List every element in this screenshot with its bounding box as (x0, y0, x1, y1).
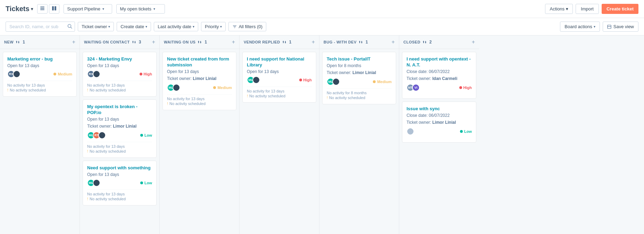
svg-rect-19 (285, 41, 286, 42)
activity-scheduled-row: ! No activity scheduled (327, 96, 392, 100)
priority-text: Medium (377, 80, 392, 84)
svg-rect-0 (40, 7, 44, 7)
card-title[interactable]: Issue with sync (407, 106, 472, 112)
priority-dot-icon (373, 80, 376, 83)
priority-dot-icon (140, 181, 143, 184)
card-activity: No activity for 13 days ! No activity sc… (87, 192, 152, 201)
exclaim-icon: ! (327, 96, 328, 100)
svg-rect-1 (40, 8, 44, 9)
board-actions-button[interactable]: Board actions ▾ (560, 22, 600, 32)
ticket-card[interactable]: Issue with sync Close date: 06/07/2022 T… (402, 102, 476, 143)
priority-text: Low (464, 129, 472, 134)
activity-scheduled-text: No activity scheduled (90, 88, 126, 92)
actions-label: Actions (550, 6, 564, 11)
card-title[interactable]: Need support with something (87, 165, 152, 171)
ticket-card[interactable]: I need support with opentext - N. A.T. C… (402, 52, 476, 99)
actions-button[interactable]: Actions ▾ (545, 4, 573, 14)
col-sort-icon (16, 40, 20, 44)
avatar (332, 78, 340, 86)
avatar (252, 76, 260, 84)
col-body-vendor-replied: I need support for National Library Open… (240, 49, 319, 234)
col-add-button[interactable]: + (152, 39, 155, 45)
card-activity: No activity for 13 days ! No activity sc… (247, 89, 312, 98)
pipeline-chevron-icon: ▾ (102, 7, 104, 11)
svg-rect-13 (18, 41, 19, 42)
ticket-owner-filter[interactable]: Ticket owner ▾ (78, 22, 114, 31)
column-waiting-on-us: WAITING ON US 1 + New ticket created fro… (160, 35, 240, 234)
tickets-title[interactable]: Tickets ▾ (6, 5, 33, 13)
ticket-card[interactable]: My opentext is broken - POP.io Open for … (83, 99, 157, 158)
ticket-card[interactable]: Tech issue - PortalIT Open for 8 months … (322, 52, 396, 104)
card-footer: ML Medium (167, 84, 232, 91)
list-view-button[interactable] (37, 4, 48, 14)
priority-text: Low (144, 181, 152, 185)
ticket-card[interactable]: I need support for National Library Open… (242, 52, 316, 103)
col-header-left: CLOSED 2 (403, 40, 432, 45)
col-add-button[interactable]: + (392, 39, 395, 45)
card-title[interactable]: 324 - Marketing Envy (87, 56, 152, 62)
create-date-filter[interactable]: Create date ▾ (117, 22, 151, 31)
exclaim-icon: ! (87, 149, 88, 153)
card-title[interactable]: My opentext is broken - POP.io (87, 104, 152, 116)
card-title[interactable]: New ticket created from form submission (167, 56, 232, 68)
activity-scheduled-row: ! No activity scheduled (87, 88, 152, 92)
svg-rect-16 (198, 42, 199, 43)
board-view-button[interactable] (49, 4, 59, 14)
all-filters-button[interactable]: All filters (0) (228, 22, 266, 31)
save-view-label: Save view (613, 24, 634, 29)
import-button[interactable]: Import (576, 4, 599, 14)
col-add-button[interactable]: + (232, 39, 235, 45)
col-header-left: BUG - WITH DEV 1 (324, 40, 368, 45)
col-add-button[interactable]: + (312, 39, 315, 45)
activity-days-row: No activity for 13 days (7, 83, 72, 87)
all-filters-label: All filters (0) (239, 24, 262, 29)
col-add-button[interactable]: + (472, 39, 475, 45)
filter-preset-select[interactable]: My open tickets ▾ (116, 4, 165, 14)
card-title[interactable]: I need support for National Library (247, 56, 312, 68)
priority-badge: High (459, 86, 472, 90)
col-add-button[interactable]: + (72, 39, 75, 45)
ticket-card[interactable]: New ticket created from form submission … (162, 52, 236, 110)
search-input[interactable] (6, 22, 75, 32)
top-bar-left: Tickets ▾ Support Pipeline ▾ (6, 4, 165, 14)
search-button[interactable] (67, 24, 72, 30)
create-date-label: Create date (120, 24, 144, 29)
ticket-card[interactable]: Need support with something Open for 13 … (83, 161, 157, 205)
svg-line-6 (71, 27, 72, 29)
svg-rect-22 (423, 42, 424, 43)
card-title[interactable]: Tech issue - PortalIT (327, 56, 392, 62)
activity-days-row: No activity for 13 days (87, 192, 152, 196)
priority-text: High (144, 72, 152, 76)
board-actions-label: Board actions (564, 24, 592, 29)
priority-filter[interactable]: Priority ▾ (201, 22, 226, 31)
filter-preset-chevron-icon: ▾ (153, 7, 155, 11)
priority-text: High (303, 78, 312, 82)
pipeline-select[interactable]: Support Pipeline ▾ (64, 4, 112, 14)
tickets-label: Tickets (6, 5, 30, 13)
col-label: CLOSED (403, 40, 420, 44)
board-actions-chevron-icon: ▾ (594, 25, 595, 29)
card-avatars: MTVI (407, 84, 418, 91)
card-activity: No activity for 8 months ! No activity s… (327, 91, 392, 100)
avatar (98, 131, 106, 139)
card-divider (87, 189, 152, 190)
ticket-card[interactable]: 324 - Marketing Envy Open for 13 days RS… (83, 52, 157, 97)
ticket-card[interactable]: Marketing error - bug Open for 13 days R… (3, 52, 77, 97)
avatar: VI (412, 84, 420, 91)
card-title[interactable]: I need support with opentext - N. A.T. (407, 56, 472, 68)
column-closed: CLOSED 2 + I need support with opentext … (399, 35, 479, 234)
last-activity-filter[interactable]: Last activity date ▾ (154, 22, 198, 31)
tickets-dropdown-icon[interactable]: ▾ (31, 7, 33, 11)
save-view-button[interactable]: Save view (603, 22, 638, 32)
card-title[interactable]: Marketing error - bug (7, 56, 72, 62)
card-footer: RS High (87, 70, 152, 78)
col-count: 1 (289, 40, 292, 45)
create-ticket-button[interactable]: Create ticket (602, 4, 638, 14)
filters-icon (232, 24, 237, 29)
svg-rect-14 (133, 42, 133, 43)
board-view-icon (52, 6, 57, 11)
exclaim-icon: ! (247, 94, 248, 98)
col-header-left: WAITING ON CONTACT 3 (84, 40, 141, 45)
avatar (13, 70, 20, 78)
col-header-left: VENDOR REPLIED 1 (244, 40, 292, 45)
